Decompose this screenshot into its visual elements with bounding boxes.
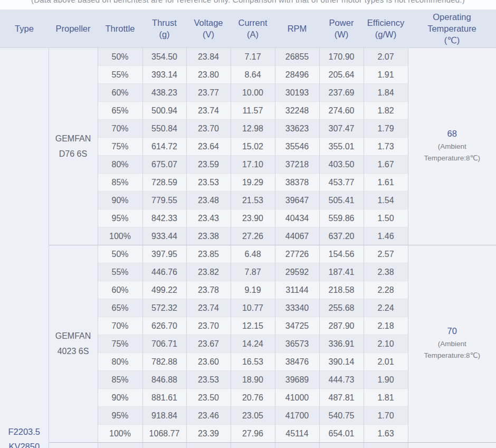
cell-voltage: 23.46: [186, 407, 231, 425]
cell-rpm: 28496: [275, 66, 319, 84]
cell-current: 16.53: [231, 353, 275, 371]
cell-efficiency: 2.28: [364, 281, 408, 299]
cell-thrust: 779.55: [142, 192, 186, 209]
cell-throttle: 60%: [98, 281, 142, 299]
cell-efficiency: 1.73: [364, 138, 408, 156]
cell-power: 453.77: [319, 174, 364, 192]
table-row: F2203.5 KV2850GEMFAN D76 6S50%354.5023.8…: [0, 48, 496, 66]
cell-rpm: 29592: [275, 263, 319, 281]
cell-efficiency: 1.70: [364, 407, 408, 425]
cell-efficiency: 2.18: [364, 317, 408, 335]
cell-rpm: 41700: [275, 407, 319, 425]
column-header-voltage: Voltage(V): [186, 9, 231, 48]
cell-power: 222.28: [319, 443, 364, 448]
cell-thrust: 1068.77: [142, 425, 186, 443]
cell-thrust: 933.44: [142, 227, 186, 245]
cell-power: 637.20: [319, 227, 364, 245]
cell-efficiency: 1.79: [364, 120, 408, 138]
cell-throttle: 50%: [98, 245, 142, 263]
cell-power: 187.41: [319, 263, 364, 281]
cell-power: 237.69: [319, 84, 364, 102]
cell-rpm: 33623: [275, 120, 319, 138]
cell-rpm: 37218: [275, 156, 319, 174]
cell-power: 205.64: [319, 66, 364, 84]
cell-current: 9.36: [231, 443, 275, 448]
column-header-efficiency: Efficiency(g/W): [364, 9, 408, 48]
cell-throttle: 50%: [98, 443, 142, 448]
cell-thrust: 842.33: [142, 209, 186, 227]
cell-voltage: 23.77: [186, 84, 231, 102]
cell-efficiency: 2.24: [364, 299, 408, 317]
cell-current: 18.90: [231, 371, 275, 389]
cell-thrust: 393.14: [142, 66, 186, 84]
cell-current: 11.57: [231, 102, 275, 120]
cell-throttle: 85%: [98, 371, 142, 389]
cell-voltage: 23.59: [186, 156, 231, 174]
cell-throttle: 80%: [98, 156, 142, 174]
temperature-note: (Ambient Temperature:8℃): [408, 338, 496, 361]
operating-temperature-cell: 70(Ambient Temperature:8℃): [408, 245, 496, 443]
cell-efficiency: 1.67: [364, 156, 408, 174]
cell-efficiency: 1.81: [364, 389, 408, 407]
cell-throttle: 100%: [98, 227, 142, 245]
cell-power: 287.90: [319, 317, 364, 335]
cell-throttle: 70%: [98, 120, 142, 138]
cell-efficiency: 1.63: [364, 425, 408, 443]
cell-power: 390.14: [319, 353, 364, 371]
cell-power: 307.47: [319, 120, 364, 138]
cell-current: 6.48: [231, 245, 275, 263]
cell-throttle: 85%: [98, 174, 142, 192]
column-header-type: Type: [0, 9, 49, 48]
cell-current: 15.02: [231, 138, 275, 156]
cell-rpm: 35546: [275, 138, 319, 156]
cell-voltage: 23.76: [186, 443, 231, 448]
cell-power: 154.56: [319, 245, 364, 263]
cell-current: 27.26: [231, 227, 275, 245]
cell-rpm: 27726: [275, 245, 319, 263]
cell-current: 27.96: [231, 425, 275, 443]
cell-power: 505.41: [319, 192, 364, 209]
cell-voltage: 23.74: [186, 102, 231, 120]
cell-voltage: 23.70: [186, 317, 231, 335]
cell-throttle: 90%: [98, 389, 142, 407]
column-header-thrust: Thrust(g): [142, 9, 186, 48]
cell-rpm: 33340: [275, 299, 319, 317]
cell-throttle: 65%: [98, 299, 142, 317]
cell-rpm: 38476: [275, 353, 319, 371]
cell-voltage: 23.48: [186, 192, 231, 209]
cell-thrust: 438.23: [142, 84, 186, 102]
cell-efficiency: 1.90: [364, 371, 408, 389]
cell-thrust: 520.69: [142, 443, 186, 448]
cell-throttle: 65%: [98, 102, 142, 120]
cell-efficiency: 1.46: [364, 227, 408, 245]
column-header-operating-temperature: Operating Temperature(℃): [408, 9, 496, 48]
cell-thrust: 550.84: [142, 120, 186, 138]
cell-throttle: 55%: [98, 263, 142, 281]
spec-table-body: F2203.5 KV2850GEMFAN D76 6S50%354.5023.8…: [0, 48, 496, 448]
cell-power: 218.58: [319, 281, 364, 299]
cell-thrust: 728.59: [142, 174, 186, 192]
cell-thrust: 846.88: [142, 371, 186, 389]
cell-thrust: 572.32: [142, 299, 186, 317]
cell-throttle: 60%: [98, 84, 142, 102]
cell-thrust: 918.84: [142, 407, 186, 425]
cell-throttle: 90%: [98, 192, 142, 209]
cell-current: 12.98: [231, 120, 275, 138]
propeller-cell: GEMFAN D76 6S: [49, 48, 98, 245]
cell-rpm: 39647: [275, 192, 319, 209]
cell-current: 12.15: [231, 317, 275, 335]
cell-current: 17.10: [231, 156, 275, 174]
cell-voltage: 23.74: [186, 299, 231, 317]
cell-voltage: 23.67: [186, 335, 231, 353]
cell-voltage: 23.64: [186, 138, 231, 156]
header-row: TypePropellerThrottleThrust(g)Voltage(V)…: [0, 9, 496, 48]
cell-power: 559.86: [319, 209, 364, 227]
cell-thrust: 706.71: [142, 335, 186, 353]
propeller-cell: GEMFAN 4023 6S: [49, 245, 98, 443]
cell-power: 336.91: [319, 335, 364, 353]
cell-power: 274.60: [319, 102, 364, 120]
cell-rpm: 38378: [275, 174, 319, 192]
cell-rpm: 30193: [275, 84, 319, 102]
cell-efficiency: 2.34: [364, 443, 408, 448]
cell-thrust: 675.07: [142, 156, 186, 174]
